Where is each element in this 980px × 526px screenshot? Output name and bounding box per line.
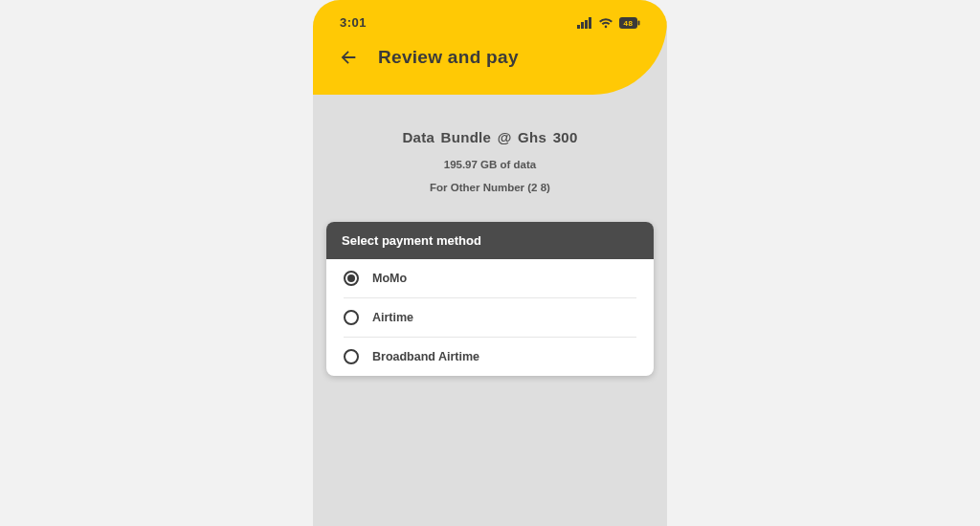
svg-rect-5 (638, 20, 640, 25)
signal-icon (577, 17, 592, 29)
radio-icon (344, 349, 359, 364)
page-title: Review and pay (378, 47, 519, 68)
bundle-detail: 195.97 GB of data (332, 159, 648, 170)
payment-option-momo[interactable]: MoMo (326, 259, 654, 297)
radio-icon (344, 271, 359, 286)
app-header: 3:01 (313, 0, 667, 95)
status-icons: 48 (577, 17, 640, 29)
bundle-recipient: For Other Number (2 8) (332, 182, 648, 193)
status-time: 3:01 (340, 15, 367, 30)
svg-text:48: 48 (624, 19, 634, 28)
bundle-title: Data Bundle @ Ghs 300 (332, 129, 648, 145)
payment-option-airtime[interactable]: Airtime (344, 297, 636, 337)
arrow-left-icon (338, 47, 359, 68)
payment-option-broadband-airtime[interactable]: Broadband Airtime (344, 337, 636, 376)
payment-method-header: Select payment method (326, 222, 654, 259)
payment-option-label: Broadband Airtime (372, 350, 479, 363)
svg-rect-1 (581, 22, 584, 29)
battery-icon: 48 (619, 17, 640, 29)
purchase-summary: Data Bundle @ Ghs 300 195.97 GB of data … (313, 95, 667, 222)
status-bar: 3:01 (334, 13, 646, 43)
payment-option-label: Airtime (372, 311, 413, 324)
svg-rect-0 (577, 25, 580, 29)
radio-icon (344, 310, 359, 325)
wifi-icon (598, 17, 613, 29)
phone-frame: 3:01 (313, 0, 667, 526)
back-button[interactable] (336, 45, 361, 70)
svg-rect-3 (589, 17, 591, 29)
svg-rect-2 (585, 20, 588, 29)
payment-option-label: MoMo (372, 272, 407, 285)
payment-method-card: Select payment method MoMo Airtime Broad… (326, 222, 654, 376)
